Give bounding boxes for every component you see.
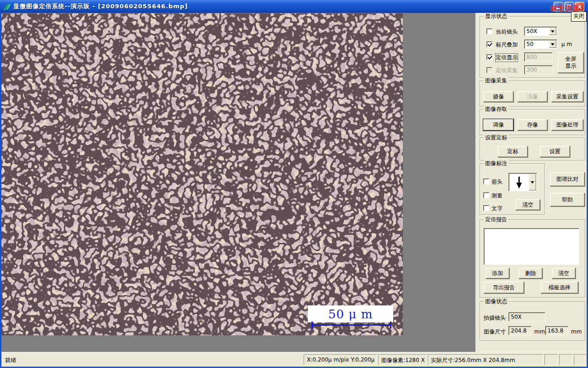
minimize-button[interactable]: [554, 2, 563, 12]
fixed-capture-field: 300: [524, 65, 553, 75]
image-width-field: 204.8: [509, 326, 531, 335]
checkbox-fixed-display[interactable]: [486, 54, 492, 60]
group-capture: 图像采集 摄像 冻像 采集设置: [480, 80, 585, 107]
size-label: 图像尺寸: [484, 328, 506, 336]
status-image-pixels: 图像像素:1280 X 1024: [378, 354, 427, 365]
control-panel: 显示状态 当前镜头 50X 标尺叠加 50 μ m 定倍显示 800 定倍采: [475, 13, 587, 352]
group-title: 显示状态: [484, 13, 509, 19]
micrograph-image[interactable]: [1, 13, 403, 335]
app-icon: [3, 2, 11, 11]
client-area: 50 μ m 显示状态 当前镜头 50X 标尺叠加 50 μ m: [1, 13, 587, 352]
export-report-button[interactable]: 导出报告: [484, 282, 524, 293]
group-annotation: 图像标注 箭头 测量 文字 清空: [480, 163, 545, 215]
app-window: 显微图像定倍系统--演示版 - [20090602055646.bmp] 林芝仪…: [0, 0, 588, 368]
group-storage: 图像存取 调像 存像 图像处理: [480, 109, 585, 135]
capture-settings-button[interactable]: 采集设置: [551, 91, 583, 102]
scalebar-text: 50 μ m: [328, 307, 373, 321]
group-title: 图像采集: [484, 77, 509, 84]
height-unit-label: mm: [571, 328, 582, 335]
report-listbox[interactable]: [484, 228, 579, 265]
lens-combobox-value: 50X: [526, 28, 537, 34]
fixed-display-field: 800: [524, 52, 553, 62]
chevron-down-icon[interactable]: [529, 174, 536, 190]
lens-label: 拍摄镜头: [484, 314, 506, 322]
group-display-state: 显示状态 当前镜头 50X 标尺叠加 50 μ m 定倍显示 800 定倍采: [480, 16, 585, 78]
checkbox-text-label: 文字: [492, 205, 503, 213]
checkbox-measure[interactable]: [483, 192, 489, 198]
help-button[interactable]: 帮助: [550, 193, 585, 207]
checkbox-arrow[interactable]: [483, 178, 489, 184]
status-ready: 就绪: [2, 354, 303, 365]
scale-value: 50: [526, 41, 533, 47]
status-empty-3: [574, 354, 587, 365]
lens-value-field: 50X: [509, 312, 545, 322]
report-clear-button[interactable]: 清空: [552, 268, 576, 279]
annotation-clear-button[interactable]: 清空: [515, 199, 540, 210]
calibrate-button[interactable]: 定标: [498, 146, 528, 157]
status-resolution: X:0.200μ m/pix Y:0.200μ m/pix: [304, 354, 377, 365]
group-title: 图像存取: [484, 106, 509, 112]
atlas-compare-button[interactable]: 图谱比对: [550, 172, 585, 186]
fullscreen-button[interactable]: 全屏 显示: [558, 52, 584, 73]
template-select-button[interactable]: 模板选择: [541, 282, 578, 293]
window-controls: [554, 2, 584, 12]
checkbox-current-lens[interactable]: [486, 29, 492, 34]
chevron-down-icon[interactable]: [549, 28, 556, 35]
group-title: 定倍报告: [484, 216, 509, 223]
group-image-state: 图像状态 拍摄镜头 50X 图像尺寸 204.8 mm 163.8 mm: [480, 301, 585, 341]
lens-combobox[interactable]: 50X: [524, 27, 557, 36]
status-empty-2: [559, 354, 573, 365]
checkbox-measure-label: 测量: [492, 192, 503, 200]
width-unit-label: mm: [534, 328, 545, 335]
checkbox-fixed-display-label: 定倍显示: [496, 54, 518, 62]
status-actual-size: 实际尺寸:256.0mm X 204.8mm: [428, 354, 543, 365]
group-title: 设置定标: [484, 134, 509, 141]
image-height-field: 163.8: [545, 326, 568, 335]
checkbox-arrow-label: 箭头: [492, 178, 503, 186]
checkbox-fixed-capture: [486, 67, 492, 73]
checkbox-text[interactable]: [483, 205, 489, 211]
restore-button[interactable]: [564, 2, 574, 12]
group-calibration: 设置定标 定标 设置: [480, 138, 585, 161]
image-processing-button[interactable]: 图像处理: [551, 119, 583, 131]
freeze-button: 冻像: [517, 91, 548, 102]
save-image-button[interactable]: 存像: [517, 119, 548, 131]
report-delete-button[interactable]: 删除: [519, 268, 543, 279]
scale-value-combobox[interactable]: 50: [524, 40, 557, 49]
close-tooltip: 关闭: [571, 12, 587, 22]
down-arrow-icon: [516, 176, 522, 189]
group-report: 定倍报告 添加 删除 清空 导出报告 模板选择: [480, 219, 585, 298]
titlebar: 显微图像定倍系统--演示版 - [20090602055646.bmp] 林芝仪…: [0, 0, 588, 13]
checkbox-fixed-capture-label: 定倍采集: [496, 67, 518, 75]
statusbar: 就绪 X:0.200μ m/pix Y:0.200μ m/pix 图像像素:12…: [1, 352, 587, 367]
checkbox-scale-overlay[interactable]: [486, 41, 492, 47]
status-empty-1: [544, 354, 558, 365]
settings-button[interactable]: 设置: [540, 146, 570, 157]
minimize-icon: [556, 8, 560, 9]
capture-button[interactable]: 摄像: [483, 91, 514, 102]
scalebar-line: [311, 324, 391, 326]
chevron-down-icon[interactable]: [549, 40, 556, 48]
scalebar-label: 50 μ m: [308, 305, 393, 322]
close-button[interactable]: [575, 2, 584, 12]
group-title: 图像状态: [484, 298, 509, 305]
checkbox-current-lens-label: 当前镜头: [496, 28, 518, 36]
arrow-style-combobox[interactable]: [509, 173, 537, 191]
checkbox-scale-overlay-label: 标尺叠加: [496, 41, 518, 49]
scale-unit-label: μ m: [561, 41, 572, 47]
report-add-button[interactable]: 添加: [486, 268, 509, 279]
load-image-button[interactable]: 调像: [483, 119, 514, 131]
group-title: 图像标注: [484, 160, 509, 167]
restore-icon: [567, 5, 571, 8]
window-title: 显微图像定倍系统--演示版 - [20090602055646.bmp]: [13, 2, 188, 11]
